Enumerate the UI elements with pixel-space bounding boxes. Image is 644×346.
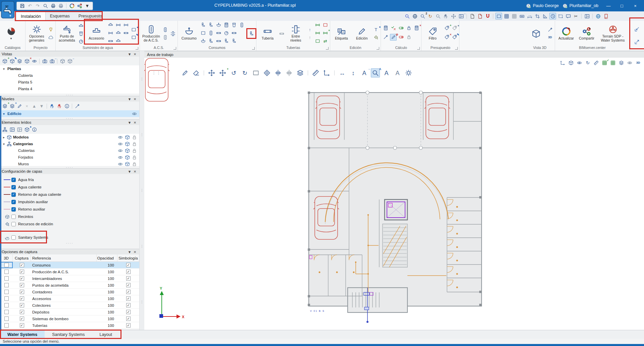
coupling-icon[interactable] — [107, 38, 114, 45]
text-zoom-icon[interactable]: A — [371, 68, 380, 77]
delete-results-icon[interactable]: × — [413, 25, 420, 32]
section-export-icon[interactable]: → — [66, 58, 73, 64]
stretch-h-icon[interactable]: ↔ — [338, 68, 347, 77]
accessory-search-icon[interactable]: ● — [130, 26, 137, 33]
layer-checkbox-agua-fr-a[interactable]: ✓ — [11, 178, 16, 182]
match-properties-icon[interactable] — [262, 68, 271, 77]
column-header-opacidad[interactable]: Opacidad — [97, 254, 117, 262]
add-filter-icon[interactable]: + — [443, 25, 450, 32]
capture-checkbox-tuber-as[interactable]: ✓ — [20, 323, 24, 328]
collapse-panel-icon[interactable]: ▾ — [127, 169, 132, 174]
3d-checkbox-dep-sitos[interactable] — [4, 310, 9, 314]
isometric-view-icon[interactable] — [296, 68, 305, 77]
close-panel-icon[interactable]: × — [132, 169, 138, 174]
dialog-launcher-icon[interactable] — [455, 47, 458, 50]
wc-corner-icon[interactable] — [231, 38, 237, 45]
floor-plan[interactable]: V 01 B S Y X — [144, 58, 644, 330]
symbology-checkbox-tuber-as[interactable]: ✓ — [126, 323, 131, 328]
actualizar-button[interactable]: Actualizar — [556, 26, 576, 41]
layer-visibility-icon[interactable] — [618, 60, 625, 66]
lock-icon[interactable] — [132, 161, 137, 166]
lock-results-icon[interactable] — [405, 25, 412, 32]
symbology-checkbox-producci-n-de-a-c-s[interactable]: ✓ — [126, 270, 131, 274]
ball-valve-icon[interactable] — [115, 22, 121, 28]
capture-checkbox-colectores[interactable]: ✓ — [20, 303, 24, 307]
dialog-launcher-icon[interactable] — [174, 47, 176, 50]
reducer-fitting-icon[interactable] — [122, 22, 129, 28]
capture-checkbox-puntos-de-acometida[interactable]: ✓ — [20, 283, 24, 287]
measure-icon[interactable] — [311, 68, 320, 77]
accessory-edit-icon[interactable]: ✎ — [130, 34, 137, 41]
3d-section-icon[interactable]: 3D — [547, 34, 553, 41]
column-header-3d[interactable]: 3D — [0, 254, 13, 262]
recent-elements-icon[interactable] — [549, 13, 556, 19]
symbology-checkbox-consumos[interactable]: ✓ — [126, 263, 131, 267]
cleanup-icon[interactable] — [373, 34, 379, 41]
collapse-panel-icon[interactable]: ▾ — [127, 120, 132, 125]
zoom-extents-icon[interactable] — [411, 13, 418, 19]
bottom-tab-water-systems[interactable]: Water Systems — [0, 330, 45, 339]
3d-checkbox-accesorios[interactable] — [4, 296, 9, 301]
flexible-hose-icon[interactable] — [122, 30, 129, 37]
previous-view-icon[interactable]: → — [458, 13, 464, 19]
refresh-view-icon[interactable]: ↻ — [585, 60, 591, 66]
capture-row-colectores[interactable]: ✓Colectores100✓ — [0, 302, 139, 309]
print-setup-icon[interactable] — [57, 3, 64, 9]
capture-checkbox-producci-n-de-a-c-s[interactable]: ✓ — [20, 270, 24, 274]
capture-row-contadores[interactable]: ✓Contadores100✓ — [0, 289, 139, 295]
layer-checkbox-retorno-de-agua-caliente[interactable]: ✓ — [11, 192, 16, 197]
expand-icon[interactable]: ▸ — [1, 135, 6, 139]
3d-box-icon[interactable] — [125, 161, 130, 166]
symbology-checkbox-colectores[interactable]: ✓ — [126, 303, 131, 307]
zoom-search-icon[interactable] — [42, 3, 49, 9]
move-tool-icon[interactable] — [207, 68, 216, 77]
capture-checkbox-sistemas-de-bombeo[interactable]: ✓ — [20, 316, 24, 321]
element-info-icon[interactable] — [31, 126, 38, 133]
symbology-checkbox-contadores[interactable]: ✓ — [126, 290, 131, 294]
symbology-checkbox-dep-sitos[interactable]: ✓ — [126, 310, 131, 314]
3d-checkbox-intercambiadores[interactable] — [4, 276, 9, 281]
undo-icon[interactable]: ↶ — [27, 3, 33, 9]
tree-item-categor-as[interactable]: ▾Categorías — [0, 140, 139, 147]
ribbon-tab-presupuesto[interactable]: Presupuesto — [74, 11, 106, 21]
produccion-acs-button[interactable]: Producción de A.C.S. — [141, 24, 161, 43]
water-tank-icon[interactable] — [78, 30, 84, 37]
generic-consumption-icon[interactable] — [248, 30, 255, 37]
reference-grid-icon[interactable] — [610, 60, 616, 66]
window-layout-icon[interactable] — [584, 13, 590, 19]
gate-valve-icon[interactable] — [107, 30, 114, 37]
3d-box-icon[interactable] — [125, 148, 130, 154]
snap-magnet-icon[interactable] — [484, 13, 491, 19]
edit-view-icon[interactable]: ✎ — [9, 58, 15, 64]
scale-tool-icon[interactable] — [251, 68, 260, 77]
lock-icon[interactable] — [132, 141, 137, 147]
3d-checkbox-sistemas-de-bombeo[interactable] — [4, 316, 9, 321]
tuberia-button[interactable]: Tubería — [258, 26, 277, 41]
lock-icon[interactable] — [132, 155, 137, 160]
qat-menu-icon[interactable]: ▼ — [84, 3, 91, 9]
visibility-icon[interactable] — [117, 141, 123, 147]
print-icon[interactable] — [50, 3, 56, 9]
edit-filter-icon[interactable]: ✎ — [451, 34, 458, 41]
3d-checkbox-consumos[interactable] — [4, 263, 9, 267]
lock-icon[interactable] — [132, 148, 137, 154]
unlock-results-icon[interactable] — [405, 34, 412, 41]
dialog-launcher-icon[interactable] — [417, 47, 420, 50]
collapse-icon[interactable]: ▾ — [1, 67, 6, 71]
wc-tank-icon[interactable] — [207, 22, 214, 28]
tree-item-planta-5[interactable]: Planta 5 — [0, 79, 139, 85]
vista-3d-button[interactable] — [526, 28, 546, 39]
bidet-icon[interactable] — [200, 38, 206, 45]
wc-icon[interactable] — [200, 22, 206, 28]
collapse-panel-icon[interactable]: ▾ — [127, 96, 132, 102]
pan-icon[interactable] — [442, 13, 449, 19]
tree-item-cubiertas[interactable]: Cubiertas — [0, 147, 139, 154]
panel-resize-handle[interactable]: ···· — [0, 117, 139, 119]
orbit-icon[interactable] — [450, 13, 457, 19]
pipe-junction-icon[interactable] — [78, 22, 84, 29]
grid-icon[interactable] — [503, 13, 510, 19]
view-visibility-icon[interactable] — [31, 58, 38, 64]
etiqueta-button[interactable]: Etiqueta — [332, 26, 351, 41]
tree-item-planta-4[interactable]: Planta 4 — [0, 85, 139, 92]
annotation-icon[interactable] — [565, 13, 572, 19]
